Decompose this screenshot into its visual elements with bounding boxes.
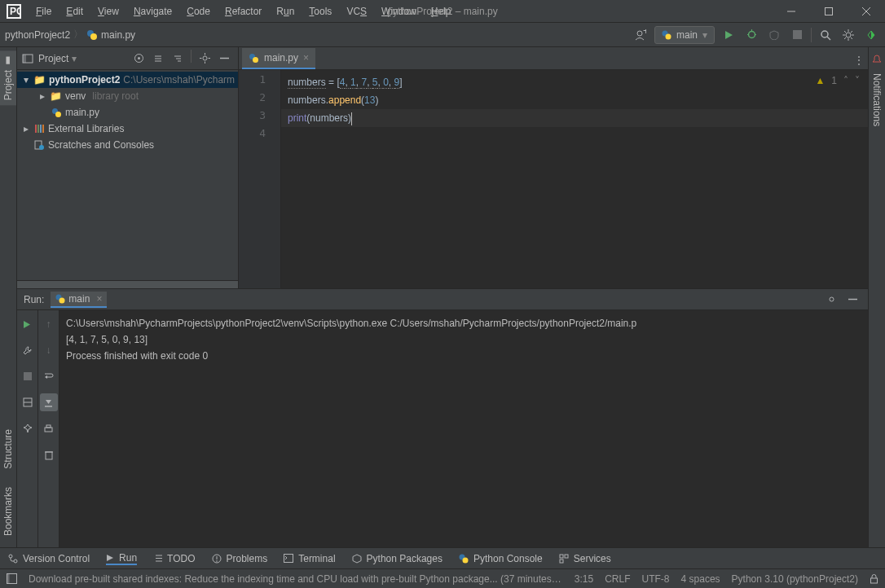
print-icon[interactable]: [40, 419, 58, 437]
stripe-project[interactable]: Project ▮: [0, 50, 16, 105]
close-button[interactable]: [848, 0, 885, 23]
stop-icon[interactable]: [19, 367, 37, 385]
menu-vcs[interactable]: VCS: [340, 2, 373, 20]
code-with-me-icon[interactable]: [862, 26, 880, 44]
project-pane-header: Project ▾: [17, 47, 238, 70]
code-line-1[interactable]: numbers = [4, 1, 7, 5, 0, 9]: [281, 73, 868, 91]
console-output[interactable]: C:\Users\mshah\PycharmProjects\pythonPro…: [59, 310, 868, 547]
chevron-right-icon: ▸: [38, 90, 46, 102]
prev-highlight-icon[interactable]: ˄: [843, 75, 848, 86]
breadcrumb-project[interactable]: pythonProject2: [5, 29, 70, 41]
soft-wrap-icon[interactable]: [40, 367, 58, 385]
svg-rect-53: [42, 125, 44, 133]
status-eol[interactable]: CRLF: [605, 573, 630, 585]
up-arrow-icon[interactable]: ↑: [40, 315, 58, 333]
chevron-down-icon: ▾: [22, 74, 30, 86]
down-arrow-icon[interactable]: ↓: [40, 341, 58, 359]
code-line-3[interactable]: print(numbers): [281, 109, 868, 127]
breadcrumb-file[interactable]: main.py: [101, 29, 135, 41]
code-line-4[interactable]: [281, 127, 868, 145]
menu-file[interactable]: File: [29, 2, 58, 20]
tool-python-console[interactable]: Python Console: [459, 553, 543, 564]
scroll-to-end-icon[interactable]: [40, 393, 58, 411]
editor-body[interactable]: 1 2 3 4 numbers = [4, 1, 7, 5, 0, 9] num…: [239, 70, 868, 288]
svg-line-29: [844, 37, 846, 39]
tool-problems[interactable]: Problems: [212, 553, 268, 564]
next-highlight-icon[interactable]: ˅: [855, 75, 860, 86]
tool-services[interactable]: Services: [559, 553, 611, 564]
stripe-notifications[interactable]: Notifications: [869, 68, 885, 131]
rerun-icon[interactable]: [19, 315, 37, 333]
trash-icon[interactable]: [40, 445, 58, 463]
stripe-structure[interactable]: Structure: [0, 424, 16, 474]
add-user-icon[interactable]: +: [632, 26, 649, 44]
status-encoding[interactable]: UTF-8: [642, 573, 670, 585]
tool-todo[interactable]: TODO: [153, 553, 195, 564]
menu-refactor[interactable]: Refactor: [218, 2, 268, 20]
svg-line-28: [851, 31, 852, 33]
pane-settings-icon[interactable]: [196, 50, 214, 68]
tree-main-py[interactable]: main.py: [17, 104, 238, 121]
select-opened-file-icon[interactable]: [130, 50, 148, 68]
menu-navigate[interactable]: Navigate: [127, 2, 178, 20]
run-config-dropdown[interactable]: main ▾: [654, 26, 715, 44]
stripe-bookmarks[interactable]: Bookmarks: [0, 482, 16, 541]
svg-rect-52: [40, 125, 42, 133]
project-view-dropdown[interactable]: Project ▾: [38, 53, 77, 64]
collapse-all-icon[interactable]: [169, 50, 187, 68]
tree-external-libs[interactable]: ▸ External Libraries: [17, 121, 238, 137]
tree-venv-tag: library root: [92, 90, 139, 102]
menu-tools[interactable]: Tools: [302, 2, 338, 20]
warning-icon: [212, 554, 222, 564]
svg-line-26: [844, 31, 846, 33]
wrench-icon[interactable]: [19, 341, 37, 359]
maximize-button[interactable]: [810, 0, 848, 23]
expand-all-icon[interactable]: [149, 50, 167, 68]
layout-icon[interactable]: [19, 393, 37, 411]
close-icon[interactable]: ×: [96, 293, 102, 305]
close-tab-icon[interactable]: ×: [303, 52, 309, 64]
navigation-bar: pythonProject2 〉 main.py + main ▾: [0, 23, 885, 47]
pin-icon[interactable]: [19, 419, 37, 437]
tree-scratches[interactable]: Scratches and Consoles: [17, 137, 238, 153]
run-button[interactable]: [720, 26, 738, 44]
search-everywhere-icon[interactable]: [817, 26, 834, 44]
run-tab[interactable]: main ×: [51, 292, 107, 308]
tool-windows-icon[interactable]: [7, 573, 17, 584]
minimize-button[interactable]: [773, 0, 810, 23]
settings-icon[interactable]: [839, 26, 857, 44]
hide-pane-icon[interactable]: [215, 50, 233, 68]
tree-project-root[interactable]: ▾ 📁 pythonProject2 C:\Users\mshah\Pychar…: [17, 72, 238, 88]
project-tree[interactable]: ▾ 📁 pythonProject2 C:\Users\mshah\Pychar…: [17, 70, 238, 280]
inspection-widget[interactable]: ▲ 1 ˄ ˅: [815, 75, 860, 86]
status-indent[interactable]: 4 spaces: [681, 573, 720, 585]
status-interpreter[interactable]: Python 3.10 (pythonProject2): [732, 573, 858, 585]
status-message[interactable]: Download pre-built shared indexes: Reduc…: [29, 573, 563, 585]
notifications-bell-icon[interactable]: [871, 50, 883, 68]
tool-run[interactable]: Run: [106, 552, 137, 565]
editor-more-icon[interactable]: ⋮: [850, 51, 868, 69]
tree-venv[interactable]: ▸ 📁 venv library root: [17, 88, 238, 104]
svg-rect-90: [871, 578, 878, 583]
stop-button[interactable]: [788, 26, 806, 44]
coverage-button[interactable]: [765, 26, 783, 44]
debug-button[interactable]: [742, 26, 760, 44]
status-caret-pos[interactable]: 3:15: [575, 573, 593, 585]
menu-edit[interactable]: Edit: [59, 2, 90, 20]
tool-terminal[interactable]: Terminal: [284, 553, 335, 564]
lock-icon[interactable]: [870, 574, 878, 584]
menu-run[interactable]: Run: [270, 2, 301, 20]
console-line: [4, 1, 7, 5, 0, 9, 13]: [66, 331, 861, 348]
hide-run-icon[interactable]: [843, 291, 861, 309]
tool-python-packages[interactable]: Python Packages: [352, 553, 442, 564]
scrollbar-horizontal[interactable]: [17, 280, 238, 288]
run-settings-icon[interactable]: [822, 291, 840, 309]
tool-version-control[interactable]: Version Control: [8, 553, 90, 564]
python-file-icon: [249, 53, 259, 64]
menu-view[interactable]: View: [91, 2, 125, 20]
code-line-2[interactable]: numbers.append(13): [281, 91, 868, 109]
code-area[interactable]: numbers = [4, 1, 7, 5, 0, 9] numbers.app…: [281, 70, 868, 288]
menu-code[interactable]: Code: [180, 2, 217, 20]
tool-label: Problems: [227, 553, 268, 564]
editor-tab-main[interactable]: main.py ×: [242, 48, 315, 69]
